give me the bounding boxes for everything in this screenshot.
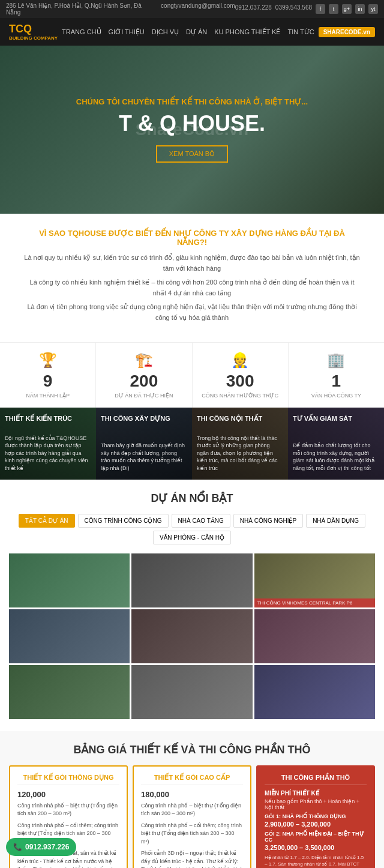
logo: TCQ BUILDING COMPANY xyxy=(9,23,58,41)
pricing-basic-desc1: Công trình nhà phố – biệt thự (Tổng diện… xyxy=(17,802,119,818)
nav-projects[interactable]: DỰ ÁN xyxy=(186,28,207,36)
services-section: THIẾT KẾ KIẾN TRÚC Đội ngũ thiết kế của … xyxy=(0,408,384,480)
nav-design[interactable]: KU PHONG THIẾT KẾ xyxy=(214,28,280,36)
service-architecture-desc: Đội ngũ thiết kế của T&QHOUSE được thành… xyxy=(5,435,91,472)
pricing-free-note: Nếu bao gồm Phần thô + Hoàn thiện + Nội … xyxy=(265,798,367,810)
top-address: 286 Lê Văn Hiện, P.Hoà Hải, Q.Ngũ Hành S… xyxy=(6,2,156,16)
service-architecture-content: THIẾT KẾ KIẾN TRÚC Đội ngũ thiết kế của … xyxy=(0,408,96,480)
service-construction[interactable]: THI CÔNG XÂY DỰNG Tham bây giờ đã muốn q… xyxy=(96,408,192,480)
top-bar-right: 0912.037.228 0399.543.568 f t g+ in yt xyxy=(235,4,378,14)
projects-title: DỰ ÁN NỔI BẬT xyxy=(9,492,375,505)
top-phone2: 0399.543.568 xyxy=(275,4,312,14)
pricing-basic-price: 120,000 xyxy=(17,790,119,799)
pricing-pkg1-label: GÓI 1: NHÀ PHỐ THÔNG DỤNG xyxy=(265,813,367,819)
project-item-3[interactable]: THI CÔNG VINHOMES CENTRAL PARK P6 xyxy=(254,553,375,607)
pricing-card-premium: THIẾT KẾ GÓI CAO CẤP 180,000 Công trình … xyxy=(133,765,251,868)
hero-subtitle: CHÚNG TÔI CHUYÊN THIẾT KẾ THI CÔNG NHÀ Ở… xyxy=(76,97,308,106)
stat-culture-number: 1 xyxy=(295,372,378,391)
stat-culture-label: VĂN HÓA CÔNG TY xyxy=(295,393,378,399)
pricing-premium-desc1: Công trình nhà phố – biệt thự (Tổng diện… xyxy=(141,802,243,818)
phone-float-icon: 📞 xyxy=(13,843,22,851)
facebook-icon[interactable]: f xyxy=(316,4,325,14)
sharecode-badge: SHARECODE.vn xyxy=(319,27,375,37)
why-line-3: Là đơn vị tiên phong trong việc sử dụng … xyxy=(24,302,360,323)
projects-section: DỰ ÁN NỔI BẬT TẤT CẢ DỰ ÁN CÔNG TRÌNH CÔ… xyxy=(0,480,384,731)
project-item-1[interactable] xyxy=(9,553,130,607)
top-bar-left: 286 Lê Văn Hiện, P.Hoà Hải, Q.Ngũ Hành S… xyxy=(6,2,235,16)
service-architecture-title: THIẾT KẾ KIẾN TRÚC xyxy=(5,415,91,423)
service-interior-title: THI CÔNG NỘI THẤT xyxy=(197,415,283,423)
project-item-9[interactable] xyxy=(254,665,375,719)
pricing-card-construction: THI CÔNG PHẦN THÔ MIỄN PHÍ THIẾT KẾ Nếu … xyxy=(256,765,375,868)
pricing-title: BẢNG GIÁ THIẾT KẾ VÀ THI CÔNG PHẦN THÔ xyxy=(9,743,375,756)
tab-office[interactable]: VĂN PHÒNG - CĂN HỘ xyxy=(153,531,231,544)
hero-cta-button[interactable]: XEM TOÀN BỘ xyxy=(156,145,228,163)
service-interior[interactable]: THI CÔNG NỘI THẤT Trong bộ thi công nội … xyxy=(192,408,288,480)
pricing-construction-note: Hệ nhân từ 1.7 – 2.0. Diện tầm nhân từ s… xyxy=(265,854,367,868)
service-interior-desc: Trong bộ thi công nội thất là thác thước… xyxy=(197,435,283,472)
tab-public[interactable]: CÔNG TRÌNH CÔNG CỘNG xyxy=(78,514,169,528)
stat-culture: 🏢 1 VĂN HÓA CÔNG TY xyxy=(289,343,384,408)
google-plus-icon[interactable]: g+ xyxy=(342,4,352,14)
top-bar: 286 Lê Văn Hiện, P.Hoà Hải, Q.Ngũ Hành S… xyxy=(0,0,384,18)
stat-workers: 👷 300 CÔNG NHÂN THƯỜNG TRỰC xyxy=(193,343,289,408)
nav-home[interactable]: TRANG CHỦ xyxy=(62,28,101,36)
service-supervision[interactable]: TƯ VẤN GIÁM SÁT Để đảm bảo chất lượng tố… xyxy=(288,408,384,480)
stat-years-label: NĂM THÀNH LẬP xyxy=(6,393,89,399)
project-item-7[interactable] xyxy=(9,665,130,719)
pricing-premium-desc2: Công trình nhà phố – cối thêm; công trìn… xyxy=(141,822,243,846)
why-title: VÌ SAO TQHOUSE ĐƯỢC BIẾT ĐẾN NHƯ CÔNG TY… xyxy=(24,229,360,247)
service-supervision-content: TƯ VẤN GIÁM SÁT Để đảm bảo chất lượng tố… xyxy=(288,408,384,480)
why-line-1: Là nơi quy tụ nhiều kỹ sư, kiến trúc sư … xyxy=(24,253,360,274)
stat-years-number: 9 xyxy=(6,372,89,391)
pricing-pkg1-price: 2,900,000 – 3,200,000 xyxy=(265,821,367,828)
pricing-premium-desc3: Phối cảnh 3D nội – ngoại thất; thiết kế … xyxy=(141,849,243,868)
project-item-8[interactable] xyxy=(131,665,252,719)
project-tabs: TẤT CẢ DỰ ÁN CÔNG TRÌNH CÔNG CỘNG NHÀ CA… xyxy=(9,514,375,544)
pricing-construction-title: THI CÔNG PHẦN THÔ xyxy=(265,774,367,785)
phone-float-number: 0912.937.226 xyxy=(25,843,69,851)
pricing-basic-title: THIẾT KẾ GÓI THÔNG DỤNG xyxy=(17,774,119,785)
stat-culture-icon: 🏢 xyxy=(295,352,378,369)
service-construction-title: THI CÔNG XÂY DỰNG xyxy=(101,415,187,423)
service-construction-desc: Tham bây giờ đã muốn quyết định xây nhà … xyxy=(101,442,187,472)
twitter-icon[interactable]: t xyxy=(329,4,338,14)
service-interior-content: THI CÔNG NỘI THẤT Trong bộ thi công nội … xyxy=(192,408,288,480)
service-construction-content: THI CÔNG XÂY DỰNG Tham bây giờ đã muốn q… xyxy=(96,408,192,480)
stat-years-icon: 🏆 xyxy=(6,352,89,369)
pricing-pkg2-price: 3,2500,000 – 3,500,000 xyxy=(265,844,367,851)
top-phone1: 0912.037.228 xyxy=(235,4,272,14)
stat-workers-icon: 👷 xyxy=(199,352,282,369)
pricing-premium-price: 180,000 xyxy=(141,790,243,799)
main-nav: TRANG CHỦ GIỚI THIỆU DỊCH VỤ DỰ ÁN KU PH… xyxy=(62,28,314,36)
service-supervision-desc: Để đảm bảo chất lượng tốt cho mỗi công t… xyxy=(293,442,379,472)
project-label-3: THI CÔNG VINHOMES CENTRAL PARK P6 xyxy=(254,598,375,607)
service-supervision-title: TƯ VẤN GIÁM SÁT xyxy=(293,415,379,423)
nav-about[interactable]: GIỚI THIỆU xyxy=(109,28,145,36)
project-item-6[interactable] xyxy=(254,609,375,663)
pricing-free-label: MIỄN PHÍ THIẾT KẾ xyxy=(265,790,367,797)
hero-section: ShareCode.vn CHÚNG TÔI CHUYÊN THIẾT KẾ T… xyxy=(0,46,384,214)
project-item-5[interactable] xyxy=(131,609,252,663)
hero-title: T & Q HOUSE. xyxy=(76,111,308,136)
project-grid: THI CÔNG VINHOMES CENTRAL PARK P6 xyxy=(9,553,375,719)
tab-all[interactable]: TẤT CẢ DỰ ÁN xyxy=(19,514,75,528)
nav-services[interactable]: DỊCH VỤ xyxy=(152,28,179,36)
tab-residential[interactable]: NHÀ DÂN DỤNG xyxy=(306,514,365,528)
service-architecture[interactable]: THIẾT KẾ KIẾN TRÚC Đội ngũ thiết kế của … xyxy=(0,408,96,480)
linkedin-icon[interactable]: in xyxy=(355,4,365,14)
stat-projects-number: 200 xyxy=(102,372,185,391)
stat-projects-label: DỰ ÁN ĐÃ THỰC HIỆN xyxy=(102,393,185,399)
pricing-premium-title: THIẾT KẾ GÓI CAO CẤP xyxy=(141,774,243,785)
tab-highrise[interactable]: NHÀ CAO TẦNG xyxy=(172,514,230,528)
youtube-icon[interactable]: yt xyxy=(368,4,378,14)
stat-projects: 🏗️ 200 DỰ ÁN ĐÃ THỰC HIỆN xyxy=(96,343,192,408)
why-section: VÌ SAO TQHOUSE ĐƯỢC BIẾT ĐẾN NHƯ CÔNG TY… xyxy=(0,214,384,342)
project-item-2[interactable] xyxy=(131,553,252,607)
phone-float-button[interactable]: 📞 0912.937.226 xyxy=(6,838,76,856)
nav-news[interactable]: TIN TỨC xyxy=(287,28,314,36)
tab-industrial[interactable]: NHÀ CÔNG NGHIỆP xyxy=(233,514,303,528)
stat-workers-number: 300 xyxy=(199,372,282,391)
project-item-4[interactable] xyxy=(9,609,130,663)
logo-text: TCQ xyxy=(9,23,32,35)
